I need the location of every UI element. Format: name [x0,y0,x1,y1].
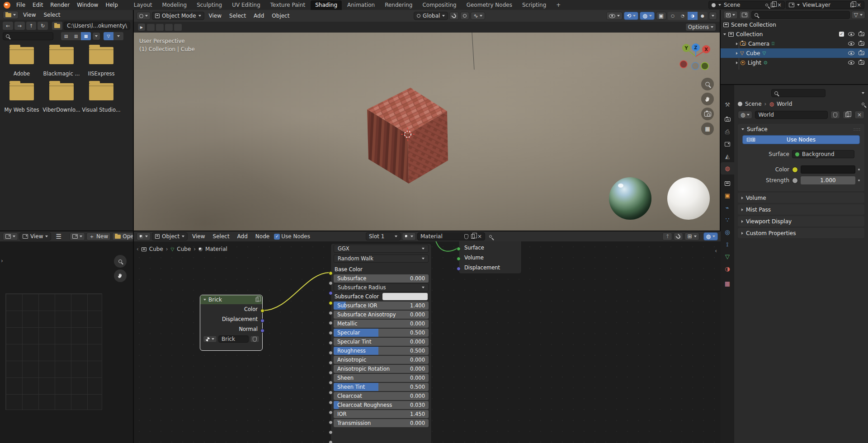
menu-window[interactable]: Window [74,2,101,8]
sheen-tint-socket[interactable] [329,401,333,405]
display-thumbnail-button[interactable]: ▦ [81,32,91,40]
world-browse-button[interactable]: ◍ [738,111,752,119]
zoom-button[interactable] [701,78,714,90]
outliner-filter-dropdown[interactable]: ▽ [851,11,865,19]
new-viewlayer-icon[interactable] [850,3,854,7]
viewport-canvas[interactable]: User Perspective (1) Collection | Cube [134,33,720,231]
outliner-search-input[interactable] [751,11,850,19]
new-folder-button[interactable] [52,22,62,30]
object-visibility-dropdown[interactable] [606,12,623,20]
displacement-input-socket[interactable] [457,267,461,271]
animate-decorator[interactable] [858,179,860,181]
workspace-tab-sculpting[interactable]: Sculpting [192,0,226,10]
folder-tile[interactable]: Adobe [2,47,42,77]
subsurface-socket[interactable] [329,281,333,285]
workspace-tab-animation[interactable]: Animation [343,0,379,10]
volume-panel-header[interactable]: Volume [738,193,864,203]
shading-rendered-button[interactable]: ● [698,12,708,20]
disable-render-icon[interactable] [859,42,864,46]
outliner-row-camera[interactable]: Camera ⌻ [721,39,868,48]
disable-render-icon[interactable] [859,32,864,36]
close-icon[interactable]: × [857,2,861,8]
breadcrumb-mesh[interactable]: Cube [177,246,191,252]
sidebar-collapse-arrow[interactable]: ‹ [715,248,717,254]
roughness-socket[interactable] [329,361,333,365]
collection-checkbox[interactable]: ✓ [839,32,844,37]
filter-dropdown[interactable] [113,32,123,40]
strength-slider[interactable]: 1.000 [801,176,855,184]
specular-socket[interactable] [329,341,333,345]
menu-render[interactable]: Render [47,2,73,8]
workspace-tab-compositing[interactable]: Compositing [418,0,461,10]
brick-node[interactable]: Brick Color Displacement Normal Brick [200,295,263,351]
disclosure-right-icon[interactable] [736,52,738,55]
input-clearcoat[interactable]: Clearcoat0.000 [334,392,429,400]
input-subsurface-color[interactable]: Subsurface Color [334,292,429,301]
material-output-node[interactable]: Surface Volume Displacement [458,241,522,274]
surface-input-socket[interactable] [457,247,461,251]
add-menu[interactable]: Add [234,233,251,240]
folder-tile[interactable]: My Web Sites [2,83,42,113]
principled-bsdf-node[interactable]: GGX Random Walk Base Color Subsurface0.0… [330,243,432,443]
snap-toggle-button[interactable] [674,232,683,240]
options-dropdown[interactable]: Options [685,23,716,31]
breadcrumb-world[interactable]: World [777,101,792,107]
folder-tile[interactable]: Blackmagic ... [42,47,81,77]
forward-button[interactable]: → [14,22,25,30]
active-tool-button[interactable]: ▸ [137,23,146,31]
object-menu[interactable]: Object [269,13,292,19]
node-canvas[interactable]: ‹ Cube › ▽ Cube › Material ‹ Brick Color [134,241,721,443]
browse-image-button[interactable] [70,232,85,240]
input-subsurface-anisotropy[interactable]: Subsurface Anisotropy0.000 [334,311,429,319]
view-menu[interactable]: View [206,13,225,19]
metallic-socket[interactable] [329,331,333,335]
editor-type-button[interactable] [723,11,738,19]
editor-type-button[interactable] [137,12,151,20]
input-transmission[interactable]: Transmission0.000 [334,419,429,427]
mist-pass-panel-header[interactable]: Mist Pass [738,204,864,215]
clearcoat-socket[interactable] [329,410,333,415]
viewlayer-selector[interactable]: ViewLayer × [786,1,864,9]
disable-render-icon[interactable] [859,61,864,65]
subsurface-method-dropdown[interactable]: Random Walk [334,254,429,263]
subsurface-ior-socket[interactable] [329,311,333,315]
input-anisotropic-rotation[interactable]: Anisotropic Rotation0.000 [334,365,429,373]
displacement-output-socket[interactable] [260,319,264,323]
pin-icon[interactable] [489,235,492,238]
tab-constraints[interactable]: ⟟ [721,238,734,250]
zoom-button[interactable] [114,255,127,268]
xray-toggle-button[interactable]: ▣ [656,12,666,20]
shading-dropdown[interactable] [709,12,717,20]
editor-type-button[interactable] [3,232,18,240]
snap-target-dropdown[interactable]: ⊞ [684,232,699,240]
close-icon[interactable]: × [477,233,482,240]
collapse-arrow[interactable]: ‹ [137,246,139,252]
workspace-tab-uv-editing[interactable]: UV Editing [227,0,265,10]
material-name-field[interactable]: Material × [417,232,485,240]
breadcrumb-scene[interactable]: Scene [745,101,762,107]
workspace-tab-texture-paint[interactable]: Texture Paint [266,0,310,10]
input-subsurface-radius[interactable]: Subsurface Radius [334,283,429,292]
file-search-input[interactable] [3,32,53,40]
select-menu[interactable]: Select [210,233,233,240]
input-clearcoat-roughness[interactable]: Clearcoat Roughness0.030 [334,401,429,409]
input-subsurface[interactable]: Subsurface0.000 [334,274,429,283]
disclosure-down-icon[interactable] [723,33,726,35]
shading-material-button[interactable]: ◑ [688,12,698,20]
workspace-tab-modeling[interactable]: Modeling [158,0,192,10]
surface-panel-header[interactable]: Surface :::: [738,124,864,134]
color-output-socket[interactable] [260,309,264,313]
hide-viewport-icon[interactable] [848,51,854,55]
hide-viewport-icon[interactable] [848,32,854,36]
tab-output[interactable]: ⎙ [721,126,734,138]
add-menu[interactable]: Add [250,13,267,19]
disclosure-right-icon[interactable] [736,42,738,45]
input-sheen[interactable]: Sheen0.000 [334,374,429,382]
file-select-menu[interactable]: Select [40,12,63,18]
input-anisotropic[interactable]: Anisotropic0.000 [334,356,429,364]
breadcrumb-material[interactable]: Material [205,246,227,252]
display-size-dropdown[interactable] [92,32,100,40]
display-mode-button[interactable] [739,11,750,19]
browse-material-button[interactable] [402,232,416,240]
fake-user-button[interactable] [830,111,840,119]
